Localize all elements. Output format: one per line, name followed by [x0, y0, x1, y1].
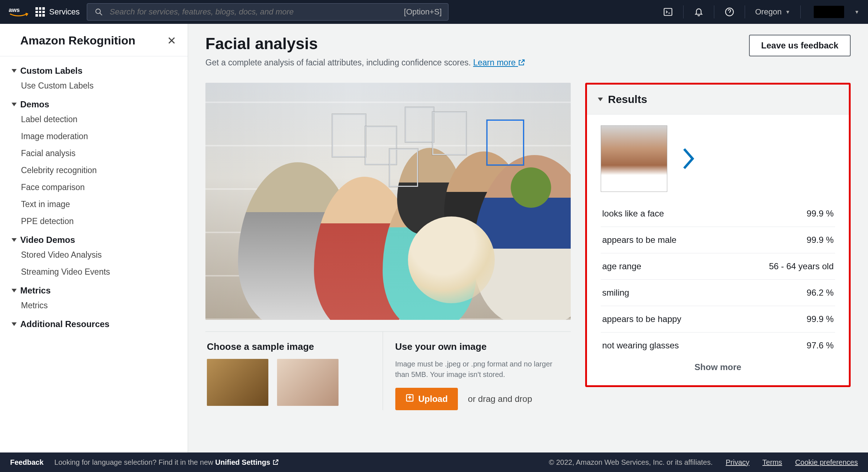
- results-heading: Results: [608, 93, 647, 106]
- subtitle-text: Get a complete analysis of facial attrib…: [205, 58, 473, 67]
- search-icon: [94, 7, 104, 17]
- sidebar-item-use-custom-labels[interactable]: Use Custom Labels: [0, 77, 188, 94]
- attr-label: age range: [602, 261, 641, 271]
- sidebar-header: Amazon Rekognition ✕: [0, 24, 188, 56]
- upload-button[interactable]: Upload: [395, 388, 458, 410]
- sidebar-section-demos[interactable]: Demos: [12, 99, 176, 110]
- caret-down-icon: ▼: [854, 9, 859, 15]
- attr-label: looks like a face: [602, 209, 664, 219]
- page-subtitle: Get a complete analysis of facial attrib…: [205, 58, 525, 68]
- search-input[interactable]: [110, 7, 398, 17]
- sidebar-item-facial-analysis[interactable]: Facial analysis: [0, 145, 188, 162]
- services-menu[interactable]: Services: [35, 7, 80, 17]
- chevron-down-icon: [12, 69, 17, 73]
- face-box[interactable]: [405, 107, 434, 142]
- attr-value: 96.2 %: [807, 288, 834, 298]
- image-controls: Choose a sample image Use your own image…: [205, 331, 571, 410]
- external-link-icon: [518, 58, 525, 67]
- image-column: Choose a sample image Use your own image…: [205, 83, 571, 410]
- bell-icon[interactable]: [694, 7, 704, 17]
- help-icon[interactable]: [724, 7, 735, 17]
- leave-feedback-button[interactable]: Leave us feedback: [749, 35, 851, 56]
- collapse-icon: [598, 98, 603, 101]
- attr-value: 97.6 %: [807, 340, 834, 351]
- results-panel: Results looks like a face99.9 %appears t…: [585, 83, 851, 387]
- face-nav: [601, 125, 835, 192]
- result-row: appears to be happy99.9 %: [601, 306, 835, 332]
- lang-tip-text: Looking for language selection? Find it …: [54, 458, 215, 466]
- sidebar-section-custom-labels[interactable]: Custom Labels: [12, 66, 176, 76]
- region-selector[interactable]: Oregon ▼: [755, 7, 790, 17]
- sep: [683, 5, 684, 18]
- region-label: Oregon: [755, 7, 782, 17]
- footer-link-privacy[interactable]: Privacy: [726, 458, 750, 466]
- face-box[interactable]: [389, 149, 418, 186]
- sidebar-item-streaming-video-events[interactable]: Streaming Video Events: [0, 263, 188, 280]
- sidebar-item-ppe-detection[interactable]: PPE detection: [0, 213, 188, 230]
- footer-link-terms[interactable]: Terms: [762, 458, 782, 466]
- learn-more-link[interactable]: Learn more: [473, 58, 525, 67]
- sample-thumb-2[interactable]: [277, 359, 339, 406]
- services-grid-icon: [35, 7, 45, 17]
- lang-tip: Looking for language selection? Find it …: [54, 458, 279, 467]
- sidebar-section-video-demos[interactable]: Video Demos: [12, 235, 176, 245]
- page-title: Facial analysis: [205, 35, 525, 53]
- sidebar: Amazon Rekognition ✕ Custom LabelsUse Cu…: [0, 24, 188, 452]
- global-search[interactable]: [Option+S]: [87, 3, 448, 21]
- attr-label: appears to be happy: [602, 314, 681, 324]
- sidebar-item-text-in-image[interactable]: Text in image: [0, 196, 188, 213]
- sidebar-item-celebrity-recognition[interactable]: Celebrity recognition: [0, 162, 188, 179]
- sidebar-section-additional-resources[interactable]: Additional Resources: [12, 319, 176, 329]
- sep: [800, 5, 801, 18]
- face-box[interactable]: [332, 114, 366, 157]
- caret-down-icon: ▼: [785, 9, 790, 15]
- svg-line-2: [100, 13, 102, 15]
- sidebar-section-metrics[interactable]: Metrics: [12, 286, 176, 296]
- selected-face-thumb[interactable]: [601, 125, 667, 192]
- external-link-icon: [272, 458, 279, 466]
- footer: Feedback Looking for language selection?…: [0, 452, 868, 472]
- upload-label: Upload: [418, 394, 448, 404]
- chevron-down-icon: [12, 289, 17, 292]
- learn-more-label: Learn more: [473, 58, 516, 67]
- svg-text:aws: aws: [9, 7, 20, 13]
- results-body: looks like a face99.9 %appears to be mal…: [587, 115, 849, 385]
- sidebar-item-label-detection[interactable]: Label detection: [0, 111, 188, 128]
- chevron-down-icon: [12, 103, 17, 106]
- service-title: Amazon Rekognition: [20, 34, 135, 47]
- cloudshell-icon[interactable]: [663, 7, 673, 17]
- drag-drop-text: or drag and drop: [468, 394, 532, 404]
- sample-thumb-1[interactable]: [207, 359, 268, 406]
- close-icon[interactable]: ✕: [167, 34, 176, 47]
- result-row: smiling96.2 %: [601, 280, 835, 306]
- sidebar-item-image-moderation[interactable]: Image moderation: [0, 128, 188, 145]
- next-face-button[interactable]: [682, 146, 696, 171]
- account-menu[interactable]: [814, 6, 844, 18]
- unified-settings-link[interactable]: Unified Settings: [215, 458, 279, 466]
- aws-logo[interactable]: aws: [9, 6, 28, 18]
- own-image-section: Use your own image Image must be .jpeg o…: [383, 332, 571, 410]
- footer-feedback-link[interactable]: Feedback: [10, 458, 43, 467]
- svg-point-1: [96, 9, 101, 14]
- face-box[interactable]: [432, 112, 466, 155]
- show-more-button[interactable]: Show more: [601, 359, 835, 374]
- page-header: Facial analysis Get a complete analysis …: [188, 24, 868, 76]
- sample-photo[interactable]: [205, 83, 571, 320]
- sidebar-item-stored-video-analysis[interactable]: Stored Video Analysis: [0, 246, 188, 263]
- footer-link-cookie-preferences[interactable]: Cookie preferences: [795, 458, 858, 466]
- attr-value: 56 - 64 years old: [769, 261, 834, 271]
- sep: [714, 5, 714, 18]
- sidebar-item-face-comparison[interactable]: Face comparison: [0, 179, 188, 196]
- search-shortcut: [Option+S]: [404, 7, 442, 17]
- topnav-right: Oregon ▼ ▼: [663, 5, 859, 18]
- face-box[interactable]: [486, 120, 524, 165]
- sidebar-item-metrics[interactable]: Metrics: [0, 297, 188, 314]
- attr-value: 99.9 %: [807, 209, 834, 219]
- sample-heading: Choose a sample image: [207, 341, 373, 352]
- attr-value: 99.9 %: [807, 235, 834, 245]
- main: Facial analysis Get a complete analysis …: [188, 24, 868, 452]
- chevron-down-icon: [12, 238, 17, 242]
- results-header[interactable]: Results: [587, 85, 849, 115]
- result-row: not wearing glasses97.6 %: [601, 332, 835, 359]
- top-nav: aws Services [Option+S] Oregon ▼ ▼: [0, 0, 868, 24]
